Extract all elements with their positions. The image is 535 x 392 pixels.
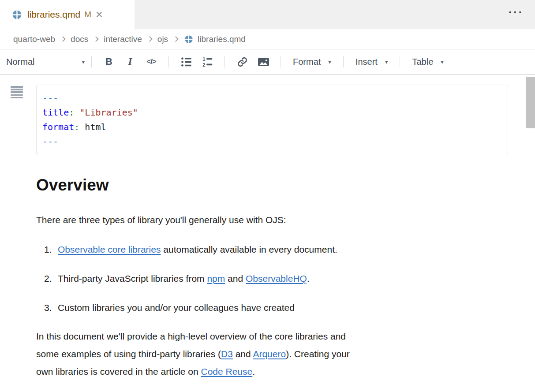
tab-filename: libraries.qmd (27, 9, 80, 20)
block-drag-handle-icon[interactable] (11, 86, 23, 100)
code-line: title: "Libraries" (42, 105, 508, 120)
breadcrumb-item-docs[interactable]: docs (71, 34, 88, 44)
editor-window: libraries.qmd M × ··· quarto-webdocsinte… (0, 0, 535, 392)
text-run: . (307, 273, 310, 284)
text-run: and (233, 349, 253, 359)
image-icon (257, 56, 270, 67)
text-run: Custom libraries you and/or your colleag… (58, 302, 295, 313)
text-run: some examples of using third-party libra… (36, 349, 221, 359)
chevron-down-icon: ▾ (328, 59, 331, 65)
list-item-number: 1. (44, 243, 58, 256)
table-menu[interactable]: Table ▾ (412, 57, 443, 67)
toolbar-separator (91, 56, 92, 67)
numbered-list: 1.Observable core libraries automaticall… (0, 243, 535, 314)
tab-bar: libraries.qmd M × ··· (0, 0, 535, 29)
code-line: --- (42, 91, 508, 105)
chevron-right-icon (93, 36, 99, 42)
link-observablehq[interactable]: ObservableHQ (246, 273, 307, 284)
list-item-text: Third-party JavaScript libraries from np… (58, 273, 310, 285)
text-run: automatically available in every documen… (161, 244, 337, 254)
chevron-down-icon: ▾ (82, 59, 85, 65)
italic-button[interactable]: I (123, 56, 137, 67)
svg-text:2: 2 (202, 62, 205, 67)
insert-menu[interactable]: Insert ▾ (355, 57, 388, 67)
visual-editor-content[interactable]: ---title: "Libraries"format: html--- Ove… (0, 75, 535, 391)
quarto-file-icon (12, 10, 22, 20)
paragraph-style-select[interactable]: Normal ▾ (6, 57, 85, 67)
breadcrumb-item-interactive[interactable]: interactive (104, 34, 142, 44)
list-item: 3.Custom libraries you and/or your colle… (44, 302, 535, 314)
chevron-down-icon: ▾ (441, 59, 444, 65)
vertical-scrollbar-thumb[interactable] (526, 77, 535, 128)
toolbar-separator (168, 56, 169, 67)
text-run: and (225, 273, 246, 284)
paragraph-style-value: Normal (6, 57, 34, 67)
text-run: In this document we'll provide a high-le… (36, 331, 346, 341)
numbered-list-icon: 1 2 (202, 56, 213, 68)
text-run: ). Creating your (286, 349, 350, 359)
more-actions-icon[interactable]: ··· (509, 6, 524, 19)
quarto-icon (184, 35, 193, 44)
toolbar-separator (281, 56, 281, 67)
paragraph-line: some examples of using third-party libra… (36, 345, 499, 363)
insert-link-button[interactable] (235, 56, 249, 68)
breadcrumb: quarto-webdocsinteractiveojslibraries.qm… (0, 29, 535, 49)
paragraph-line: own libraries is covered in the article … (36, 363, 499, 381)
yaml-front-matter-block[interactable]: ---title: "Libraries"format: html--- (36, 85, 508, 155)
quarto-icon (12, 10, 22, 20)
list-item: 2.Third-party JavaScript libraries from … (44, 273, 535, 285)
breadcrumb-item-libraries-qmd[interactable]: libraries.qmd (198, 34, 246, 44)
chevron-right-icon (173, 36, 179, 42)
chevron-right-icon (60, 36, 66, 42)
intro-paragraph: There are three types of library you'll … (36, 214, 499, 226)
numbered-list-button[interactable]: 1 2 (200, 56, 214, 68)
link-arquero[interactable]: Arquero (253, 349, 286, 359)
toolbar-separator (224, 56, 225, 67)
list-item: 1.Observable core libraries automaticall… (44, 243, 535, 256)
chevron-right-icon (147, 36, 153, 42)
text-run: . (252, 366, 255, 377)
tab-libraries-qmd[interactable]: libraries.qmd M × (0, 0, 135, 29)
svg-text:1: 1 (202, 56, 205, 62)
link-observable-core-libraries[interactable]: Observable core libraries (58, 244, 161, 254)
code-line: --- (42, 134, 508, 149)
bold-button[interactable]: B (102, 56, 116, 67)
toolbar-separator (400, 56, 400, 67)
format-menu[interactable]: Format ▾ (293, 57, 331, 67)
table-menu-label: Table (412, 57, 433, 67)
insert-menu-label: Insert (355, 57, 378, 67)
formatting-toolbar: Normal ▾ B I </> 1 2 (0, 49, 535, 75)
list-item-text: Custom libraries you and/or your colleag… (58, 302, 295, 314)
insert-image-button[interactable] (256, 56, 270, 67)
list-item-number: 2. (44, 273, 58, 285)
breadcrumb-item-quarto-web[interactable]: quarto-web (13, 34, 55, 44)
inline-code-button[interactable]: </> (144, 57, 158, 66)
format-menu-label: Format (293, 57, 321, 67)
heading-overview: Overview (36, 176, 535, 194)
close-icon[interactable]: × (96, 9, 103, 21)
text-run: own libraries is covered in the article … (36, 366, 201, 377)
closing-paragraph: In this document we'll provide a high-le… (36, 328, 499, 381)
code-line: format: html (42, 120, 508, 134)
list-item-number: 3. (44, 302, 58, 314)
bullet-list-button[interactable] (179, 56, 193, 68)
link-icon (236, 56, 248, 68)
modified-badge: M (84, 10, 91, 19)
paragraph-line: In this document we'll provide a high-le… (36, 328, 499, 345)
link-code-reuse[interactable]: Code Reuse (201, 366, 253, 377)
chevron-down-icon: ▾ (385, 59, 388, 65)
text-run: Third-party JavaScript libraries from (58, 273, 207, 284)
list-item-text: Observable core libraries automatically … (58, 243, 337, 256)
link-npm[interactable]: npm (207, 273, 225, 284)
link-d3[interactable]: D3 (221, 349, 233, 359)
toolbar-separator (343, 56, 344, 67)
bullet-list-icon (180, 56, 192, 68)
breadcrumb-item-ojs[interactable]: ojs (157, 34, 168, 44)
